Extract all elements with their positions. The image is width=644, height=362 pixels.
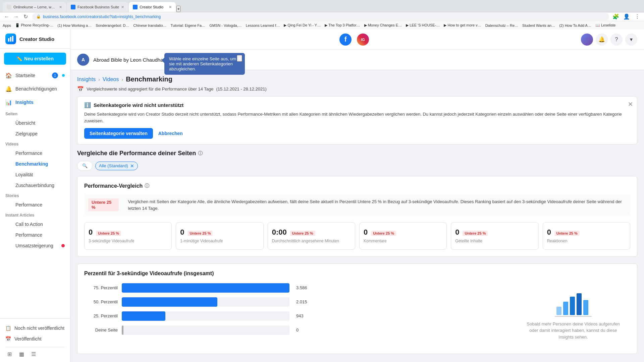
- help-button[interactable]: ?: [610, 34, 623, 46]
- bookmark-9[interactable]: ▶ The Top 3 Platfor…: [325, 23, 360, 27]
- header-right: 🔔 ? ▾: [581, 34, 637, 46]
- sidebar-item-performance-videos[interactable]: Performance: [0, 148, 70, 159]
- bell-icon: 🔔: [5, 85, 12, 92]
- bar-label-50: 50. Perzentil: [84, 299, 118, 304]
- profile-button[interactable]: 👤: [623, 13, 631, 21]
- metric-label-0: 3-sekündige Videoaufrufe: [89, 239, 167, 244]
- app-container: Creator Studio ✏️ Neu erstellen 🏠 Starts…: [0, 29, 644, 362]
- bookmark-14[interactable]: Student Wants an…: [522, 23, 555, 27]
- sidebar-item-ubersicht[interactable]: Übersicht: [0, 118, 70, 128]
- grid-view-btn[interactable]: ⊞: [5, 350, 13, 358]
- metric-label-5: Reaktionen: [547, 239, 626, 244]
- card-info-icon[interactable]: ⓘ: [145, 183, 149, 189]
- sidebar-item-startseite[interactable]: 🏠 Startseite 1: [0, 69, 70, 82]
- app-logo: [5, 34, 16, 44]
- bookmark-8[interactable]: ▶ Qing Fei De Yi - Y…: [284, 23, 321, 27]
- bookmark-15[interactable]: (2) How To Add A…: [559, 23, 591, 27]
- notifications-button[interactable]: 🔔: [596, 34, 608, 46]
- browser-chrome: Onlinekurse – Lerne, was und… ✕ Facebook…: [0, 0, 644, 21]
- section-info-icon[interactable]: ⓘ: [198, 150, 203, 157]
- breadcrumb-videos[interactable]: Videos: [103, 76, 119, 82]
- bookmark-12[interactable]: ▶ How to get more v…: [444, 23, 481, 27]
- bookmark-7[interactable]: Lessons Learned f…: [246, 23, 280, 27]
- sidebar-label-benachrichtigungen: Benachrichtigungen: [15, 86, 57, 92]
- section-seiten: Seiten: [0, 109, 70, 118]
- section-title-text: Vergleiche die Performance deiner Seiten: [77, 150, 196, 157]
- address-bar[interactable]: 🔒 business.facebook.com/creatorstudio?ta…: [32, 13, 609, 20]
- metric-card-5: 0 Untere 25 % Reaktionen: [543, 222, 630, 250]
- browser-tab-2[interactable]: Facebook Business Suite ✕: [67, 2, 128, 12]
- bookmark-4[interactable]: Chinese translatio…: [133, 23, 167, 27]
- sidebar-bottom: 📋 Noch nicht veröffentlicht 📅 Veröffentl…: [0, 318, 70, 362]
- sidebar-item-benachrichtigungen[interactable]: 🔔 Benachrichtigungen: [0, 82, 70, 96]
- sidebar-item-umsatzsteigerung[interactable]: Umsatzsteigerung: [0, 240, 70, 251]
- bookmark-5[interactable]: Tutorial: Eigene Fa…: [171, 23, 206, 27]
- page-name-text: Abroad Bible by Leon Chaudhari: [93, 57, 166, 63]
- ig-letter: IG: [361, 38, 365, 42]
- forward-button[interactable]: →: [12, 13, 20, 21]
- bookmark-10[interactable]: ▶ Money Changes E…: [364, 23, 402, 27]
- page-avatar: A: [77, 54, 89, 66]
- filter-chip-remove[interactable]: ✕: [130, 163, 134, 169]
- breadcrumb-insights[interactable]: Insights: [77, 76, 96, 82]
- bookmark-13[interactable]: Datenschutz – Re…: [485, 23, 518, 27]
- bookmark-1[interactable]: 📱 Phone Recycling-…: [15, 23, 53, 27]
- create-button[interactable]: ✏️ Neu erstellen: [4, 53, 66, 65]
- bookmark-2[interactable]: (1) How Working a…: [57, 23, 92, 27]
- instagram-icon[interactable]: IG: [357, 34, 369, 46]
- tooltip-text: Wähle eine einzelne Seite aus, um sie mi…: [169, 56, 236, 71]
- alert-close-button[interactable]: ✕: [628, 101, 633, 108]
- metric-card-2: 0:00 Untere 25 % Durchschnittlich angese…: [268, 222, 355, 250]
- not-published-icon: 📋: [5, 325, 11, 331]
- sidebar-item-call-to-action[interactable]: Call to Action: [0, 219, 70, 230]
- empty-state-text: Sobald mehr Personen deine Videos aufger…: [523, 321, 624, 341]
- bar-row-75: 75. Perzentil 3.586: [84, 283, 509, 293]
- chevron-down-button[interactable]: ▾: [625, 34, 637, 46]
- page-name-button[interactable]: Abroad Bible by Leon Chaudhari ▾: [93, 57, 171, 63]
- filter-search[interactable]: 🔍: [77, 161, 93, 171]
- bookmark-11[interactable]: ▶ LEE 'S HOUSE-…: [406, 23, 440, 27]
- bar-value-25: 943: [296, 313, 304, 318]
- bookmark-6[interactable]: GMSN - Vologda,…: [209, 23, 242, 27]
- section-videos: Videos: [0, 139, 70, 148]
- section-instant-articles: Instant Articles: [0, 210, 70, 219]
- tab-close-2[interactable]: ✕: [121, 5, 124, 9]
- metric-value-row-5: 0 Untere 25 %: [547, 228, 626, 237]
- menu-button[interactable]: ⋮: [633, 13, 641, 21]
- tab-close-3[interactable]: ✕: [169, 5, 172, 9]
- table-view-btn[interactable]: ▦: [17, 350, 25, 358]
- metrics-grid: 0 Untere 25 % 3-sekündige Videoaufrufe 0…: [84, 222, 630, 250]
- sidebar-item-zielgruppe[interactable]: Zielgruppe: [0, 128, 70, 139]
- sidebar-item-loyalitat[interactable]: Loyalität: [0, 169, 70, 180]
- metric-value-row-3: 0 Untere 25 %: [364, 228, 442, 237]
- bookmark-3[interactable]: Sonderangebot: D…: [96, 23, 129, 27]
- facebook-icon[interactable]: f: [339, 34, 352, 46]
- sidebar-item-benchmarking[interactable]: Benchmarking: [0, 159, 70, 169]
- sidebar-item-zuschauerbindung[interactable]: Zuschauerbindung: [0, 180, 70, 191]
- breadcrumb-sep-2: ›: [121, 77, 123, 82]
- user-avatar[interactable]: [581, 34, 593, 46]
- cancel-button[interactable]: Abbrechen: [157, 128, 184, 139]
- browser-tab-1[interactable]: Onlinekurse – Lerne, was und… ✕: [3, 2, 66, 12]
- tab-close-1[interactable]: ✕: [59, 5, 62, 9]
- nav-buttons: ← → ↻: [3, 13, 30, 21]
- bar-track-50: [122, 297, 289, 307]
- new-tab-button[interactable]: +: [176, 6, 180, 12]
- browser-tab-3[interactable]: Creator Studio ✕: [129, 2, 176, 12]
- sidebar-published[interactable]: 📅 Veröffentlicht: [5, 334, 65, 344]
- filter-chip-alle[interactable]: Alle (Standard) ✕: [95, 162, 138, 170]
- sidebar-nav: 🏠 Startseite 1 🔔 Benachrichtigungen 📊 In…: [0, 69, 70, 318]
- sidebar-item-performance-stories[interactable]: Performance: [0, 199, 70, 210]
- svg-rect-8: [555, 316, 592, 317]
- refresh-button[interactable]: ↻: [21, 13, 30, 21]
- bookmark-apps[interactable]: Apps: [3, 23, 11, 27]
- manage-category-button[interactable]: Seitenkategorie verwalten: [84, 128, 153, 139]
- tooltip-close-button[interactable]: ✕: [237, 55, 242, 62]
- sidebar-item-insights[interactable]: 📊 Insights: [0, 96, 70, 109]
- extensions-button[interactable]: 🧩: [612, 13, 620, 21]
- bookmark-leselist[interactable]: 📖 Leseliste: [595, 23, 615, 27]
- sidebar-item-performance-ia[interactable]: Performance: [0, 230, 70, 240]
- back-button[interactable]: ←: [3, 13, 11, 21]
- sidebar-not-published[interactable]: 📋 Noch nicht veröffentlicht: [5, 323, 65, 334]
- list-view-btn[interactable]: ☰: [30, 350, 38, 358]
